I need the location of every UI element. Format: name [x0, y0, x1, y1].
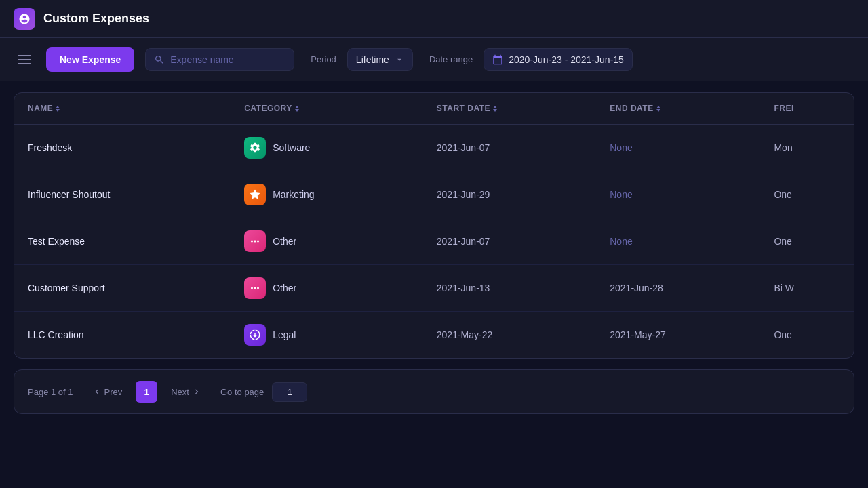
- end-date-cell: 2021-Jun-28: [596, 265, 760, 312]
- page-info: Page 1 of 1: [28, 387, 73, 397]
- end-date-cell: None: [596, 125, 760, 171]
- search-input[interactable]: [170, 54, 285, 65]
- sidebar-toggle-button[interactable]: [14, 51, 35, 68]
- category-label: Software: [273, 142, 310, 153]
- col-name-label: NAME: [28, 104, 53, 113]
- frequency-cell: One: [760, 218, 854, 265]
- end-date-value: None: [610, 189, 632, 200]
- frequency-value: One: [774, 329, 791, 340]
- start-date-cell: 2021-Jun-07: [423, 218, 596, 265]
- app-icon: [14, 8, 35, 30]
- table-row[interactable]: Customer SupportOther2021-Jun-132021-Jun…: [14, 265, 854, 312]
- expense-name: LLC Creation: [28, 329, 84, 340]
- expenses-table: NAME CATEGORY: [14, 93, 854, 358]
- period-dropdown[interactable]: Lifetime: [347, 48, 413, 71]
- expense-name-cell: LLC Creation: [14, 312, 231, 359]
- main-content: NAME CATEGORY: [0, 81, 868, 425]
- frequency-value: Bi W: [774, 283, 794, 293]
- go-to-page-label: Go to page: [220, 387, 264, 397]
- date-range-picker[interactable]: 2020-Jun-23 - 2021-Jun-15: [484, 48, 633, 71]
- end-date-value: None: [610, 142, 632, 153]
- expense-name: Test Expense: [28, 236, 85, 247]
- frequency-cell: One: [760, 171, 854, 218]
- category-icon: [244, 230, 266, 252]
- start-date-sort-icon: [493, 106, 497, 112]
- category-cell: Legal: [231, 312, 423, 359]
- table-row[interactable]: FreshdeskSoftware2021-Jun-07NoneMon: [14, 125, 854, 171]
- category-label: Legal: [273, 329, 296, 340]
- col-end-date-label: END DATE: [610, 104, 653, 113]
- start-date-value: 2021-Jun-13: [437, 283, 490, 293]
- end-date-value: 2021-Jun-28: [610, 283, 663, 293]
- frequency-cell: Bi W: [760, 265, 854, 312]
- category-cell: Marketing: [231, 171, 423, 218]
- table-row[interactable]: Test ExpenseOther2021-Jun-07NoneOne: [14, 218, 854, 265]
- chevron-left-icon: [92, 387, 102, 396]
- start-date-cell: 2021-Jun-29: [423, 171, 596, 218]
- category-cell: Other: [231, 218, 423, 265]
- category-cell: Software: [231, 125, 423, 171]
- top-bar: Custom Expenses: [0, 0, 868, 38]
- frequency-value: One: [774, 236, 791, 247]
- pagination-bar: Page 1 of 1 Prev 1 Next Go to page: [14, 369, 854, 414]
- search-icon: [154, 54, 165, 65]
- next-label: Next: [171, 387, 189, 397]
- start-date-cell: 2021-May-22: [423, 312, 596, 359]
- col-start-date-label: START DATE: [437, 104, 490, 113]
- frequency-cell: Mon: [760, 125, 854, 171]
- period-value: Lifetime: [356, 54, 389, 65]
- category-sort[interactable]: CATEGORY: [244, 104, 299, 113]
- col-header-end-date: END DATE: [596, 93, 760, 125]
- category-label: Marketing: [273, 189, 314, 200]
- expense-name: Freshdesk: [28, 142, 72, 153]
- chevron-right-icon: [192, 387, 201, 396]
- expense-name-cell: Freshdesk: [14, 125, 231, 171]
- end-date-cell: None: [596, 171, 760, 218]
- start-date-value: 2021-Jun-07: [437, 236, 490, 247]
- expense-name-cell: Influencer Shoutout: [14, 171, 231, 218]
- category-cell: Other: [231, 265, 423, 312]
- page-1-button[interactable]: 1: [136, 381, 157, 403]
- page-title: Custom Expenses: [43, 12, 149, 26]
- period-label: Period: [311, 54, 336, 64]
- frequency-value: One: [774, 189, 791, 200]
- table-header-row: NAME CATEGORY: [14, 93, 854, 125]
- category-sort-icon: [295, 106, 299, 112]
- end-date-sort[interactable]: END DATE: [610, 104, 660, 113]
- name-sort-icon: [56, 106, 60, 112]
- table-row[interactable]: Influencer ShoutoutMarketing2021-Jun-29N…: [14, 171, 854, 218]
- date-range-label: Date range: [429, 54, 473, 64]
- start-date-value: 2021-Jun-29: [437, 189, 490, 200]
- end-date-value: None: [610, 236, 632, 247]
- frequency-cell: One: [760, 312, 854, 359]
- new-expense-button[interactable]: New Expense: [46, 47, 134, 72]
- category-icon: [244, 137, 266, 159]
- date-range-value: 2020-Jun-23 - 2021-Jun-15: [509, 54, 624, 65]
- end-date-cell: 2021-May-27: [596, 312, 760, 359]
- expense-name-cell: Customer Support: [14, 265, 231, 312]
- prev-label: Prev: [104, 387, 123, 397]
- go-to-page-input[interactable]: [272, 382, 307, 402]
- col-category-label: CATEGORY: [244, 104, 292, 113]
- prev-page-button[interactable]: Prev: [87, 384, 128, 400]
- chevron-down-icon: [395, 55, 404, 64]
- start-date-value: 2021-May-22: [437, 329, 493, 340]
- calendar-icon: [492, 54, 503, 65]
- start-date-sort[interactable]: START DATE: [437, 104, 497, 113]
- expense-name: Customer Support: [28, 283, 105, 293]
- start-date-value: 2021-Jun-07: [437, 142, 490, 153]
- end-date-value: 2021-May-27: [610, 329, 666, 340]
- category-label: Other: [273, 236, 296, 247]
- name-sort[interactable]: NAME: [28, 104, 60, 113]
- table-row[interactable]: LLC CreationLegal2021-May-222021-May-27O…: [14, 312, 854, 359]
- expense-name-cell: Test Expense: [14, 218, 231, 265]
- search-container: [145, 48, 294, 71]
- category-icon: [244, 184, 266, 205]
- col-header-frequency: FREI: [760, 93, 854, 125]
- frequency-value: Mon: [774, 142, 792, 153]
- toolbar: New Expense Period Lifetime Date range 2…: [0, 38, 868, 81]
- category-icon: [244, 324, 266, 346]
- category-label: Other: [273, 283, 296, 293]
- next-page-button[interactable]: Next: [165, 384, 207, 400]
- end-date-sort-icon: [656, 106, 660, 112]
